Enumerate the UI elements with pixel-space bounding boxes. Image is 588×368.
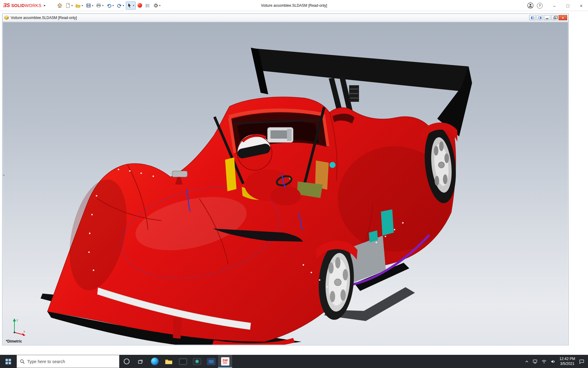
print-button[interactable]: ▾ — [95, 2, 104, 10]
action-center-icon — [579, 359, 584, 364]
triad-y-label: y — [17, 318, 18, 321]
dropdown-arrow-icon[interactable]: ▾ — [71, 4, 73, 7]
3dexperience-icon — [138, 3, 142, 8]
app-title-bar: ƎS SOLID WORKS ▸ ▾ ▾ — [0, 0, 588, 11]
wifi-icon — [541, 359, 547, 364]
file-explorer-icon — [165, 358, 172, 365]
app-window-blue-button[interactable] — [204, 355, 218, 368]
center-mirror — [267, 127, 293, 142]
home-icon — [57, 3, 62, 8]
doc-close-button[interactable]: × — [559, 15, 567, 20]
settings-gear-icon — [153, 3, 159, 8]
redo-button[interactable]: ▾ — [116, 2, 125, 10]
document-window: Voiture assomblee.SLDASM [Read-only] × — [2, 13, 569, 345]
undo-icon — [106, 3, 112, 8]
dropdown-arrow-icon[interactable]: ▾ — [133, 4, 134, 7]
3dexperience-button[interactable] — [137, 2, 143, 10]
wifi-button[interactable] — [541, 359, 547, 364]
pane-left-icon — [531, 17, 534, 19]
volume-icon — [551, 359, 556, 364]
system-tray: 12:42 PM 3/5/2021 — [525, 355, 588, 368]
restore-icon — [553, 17, 556, 19]
document-title: Voiture assomblee.SLDASM [Read-only] — [11, 16, 77, 20]
app-window-blue-icon — [207, 358, 215, 365]
app-window-title: Voiture assomblee.SLDASM [Read-only] — [261, 0, 327, 11]
home-button[interactable] — [56, 2, 63, 10]
dropdown-arrow-icon[interactable]: ▾ — [92, 4, 93, 7]
open-button[interactable]: ▾ — [74, 2, 84, 10]
solidworks-app-icon: SW 2021 — [221, 357, 229, 366]
taskbar-clock[interactable]: 12:42 PM 3/5/2021 — [560, 357, 575, 366]
hidden-icons-button[interactable] — [525, 360, 529, 363]
select-arrow-icon — [127, 3, 132, 8]
clock-time: 12:42 PM — [560, 357, 575, 362]
app-window-media-icon — [193, 358, 201, 365]
app-window-dark-icon — [179, 358, 187, 365]
select-tool-button[interactable]: ▾ — [126, 2, 136, 10]
taskbar-search[interactable] — [17, 355, 119, 368]
property-list-button[interactable] — [144, 2, 151, 10]
app-window-controls: ? – □ × — [527, 0, 588, 11]
dropdown-arrow-icon[interactable]: ▾ — [102, 4, 104, 7]
print-icon — [96, 3, 101, 8]
dropdown-arrow-icon[interactable]: ▾ — [112, 4, 114, 7]
dropdown-arrow-icon[interactable]: ▾ — [123, 4, 124, 7]
pane-right-button[interactable] — [537, 15, 543, 20]
document-title-bar[interactable]: Voiture assomblee.SLDASM [Read-only] × — [2, 14, 568, 22]
document-window-buttons: × — [529, 15, 567, 20]
flyout-arrow-icon[interactable]: ▸ — [44, 3, 46, 7]
start-button[interactable] — [0, 355, 17, 368]
edge-icon — [151, 358, 159, 365]
solidworks-taskbar-button[interactable]: SW 2021 — [218, 355, 232, 368]
file-explorer-button[interactable] — [162, 355, 176, 368]
orientation-triad: y x — [10, 317, 27, 336]
search-icon — [20, 359, 24, 364]
ethernet-icon — [533, 359, 537, 364]
task-view-button[interactable] — [134, 355, 148, 368]
windows-taskbar: SW 2021 — [0, 355, 588, 368]
quick-access-toolbar: ▾ ▾ ▾ ▾ — [56, 2, 161, 10]
maximize-button[interactable]: □ — [561, 0, 575, 11]
dassault-mark: ƎS — [3, 2, 10, 9]
doc-restore-button[interactable] — [551, 15, 558, 20]
race-car-model[interactable] — [3, 22, 568, 345]
app-window-dark-button[interactable] — [176, 355, 190, 368]
save-icon — [86, 3, 91, 8]
help-icon[interactable]: ? — [537, 3, 543, 9]
minimize-icon — [546, 18, 548, 19]
dropdown-arrow-icon[interactable]: ▾ — [159, 4, 161, 7]
save-button[interactable]: ▾ — [85, 2, 94, 10]
new-document-button[interactable]: ▾ — [64, 2, 74, 10]
app-window-media-button[interactable] — [190, 355, 204, 368]
triad-x-label: x — [24, 330, 25, 333]
cortana-icon — [124, 358, 130, 364]
doc-minimize-button[interactable] — [544, 15, 550, 20]
new-document-icon — [65, 3, 71, 8]
pane-left-button[interactable] — [529, 15, 536, 20]
action-center-button[interactable] — [579, 359, 584, 364]
windows-logo-icon — [6, 359, 11, 364]
cortana-button[interactable] — [119, 355, 134, 368]
property-list-icon — [145, 3, 150, 8]
settings-button[interactable]: ▾ — [152, 2, 162, 10]
undo-button[interactable]: ▾ — [105, 2, 115, 10]
clock-date: 3/5/2021 — [560, 362, 575, 366]
pane-right-icon — [538, 17, 541, 19]
volume-button[interactable] — [551, 359, 556, 364]
assembly-document-icon — [4, 15, 9, 20]
search-input[interactable] — [27, 359, 116, 364]
open-folder-icon — [75, 3, 81, 8]
redo-icon — [117, 3, 122, 8]
account-icon[interactable] — [527, 2, 534, 9]
close-button[interactable]: × — [575, 0, 588, 11]
dropdown-arrow-icon[interactable]: ▾ — [81, 4, 83, 7]
solidworks-logo: ƎS SOLID WORKS — [3, 2, 41, 9]
edge-button[interactable] — [148, 355, 162, 368]
view-orientation-label: *Dimetric — [6, 339, 22, 343]
chevron-up-icon — [525, 360, 529, 363]
minimize-button[interactable]: – — [548, 0, 561, 11]
task-view-icon — [138, 359, 144, 364]
panel-collapse-arrow[interactable]: ◂ — [3, 174, 4, 177]
ethernet-button[interactable] — [533, 359, 537, 364]
graphics-viewport[interactable]: y x *Dimetric ◂ — [3, 22, 568, 345]
